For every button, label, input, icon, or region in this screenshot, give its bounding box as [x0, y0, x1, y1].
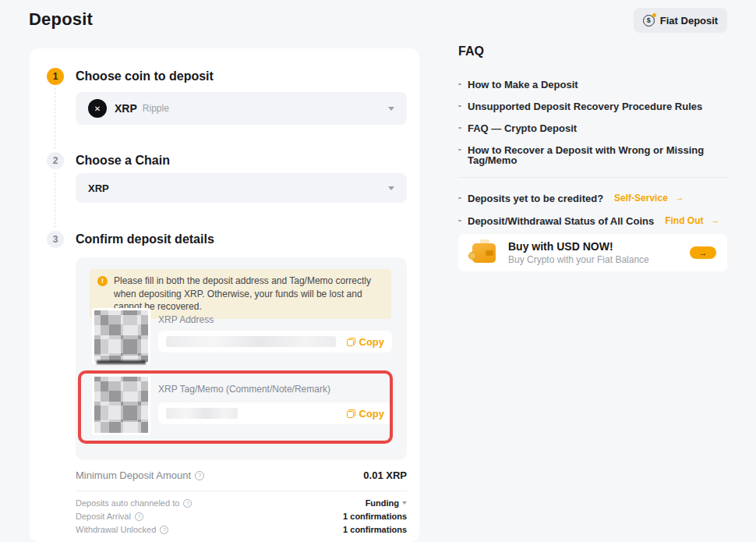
bullet-icon [458, 220, 461, 221]
copy-tag-label: Copy [359, 408, 385, 420]
faq-link-label: Unsupported Deposit Recovery Procedure R… [468, 101, 702, 112]
xrp-address-qr-code [92, 308, 150, 364]
faq-link-recovery-rules[interactable]: Unsupported Deposit Recovery Procedure R… [458, 101, 729, 112]
arrow-right-icon: → [712, 216, 720, 225]
xrp-tag-field: Copy [158, 402, 392, 424]
copy-icon [347, 409, 355, 418]
chain-value: XRP [88, 182, 109, 194]
chevron-down-icon [388, 186, 394, 190]
coin-name: Ripple [143, 103, 169, 114]
faq-link-crypto-deposit[interactable]: FAQ — Crypto Deposit [458, 123, 729, 133]
faq-action-label: Deposits yet to be credited? [468, 193, 603, 204]
faq-title: FAQ [458, 44, 729, 58]
help-icon[interactable]: ? [160, 526, 168, 534]
copy-tag-button[interactable]: Copy [347, 408, 385, 420]
coin-select-dropdown[interactable]: ✕ XRP Ripple [76, 92, 407, 125]
withdrawal-unlocked-value: 1 confirmations [343, 525, 407, 534]
fiat-currency-icon: $ [643, 15, 655, 27]
divider [76, 491, 407, 491]
self-service-link[interactable]: Self-Service [614, 193, 668, 203]
step-3-title: Confirm deposit details [76, 232, 214, 246]
bullet-icon [458, 105, 461, 107]
faq-link-label: How to Make a Deposit [468, 80, 578, 90]
deposit-arrival-row: Deposit Arrival ? 1 confirmations [76, 512, 407, 521]
bullet-icon [458, 149, 461, 151]
banner-text: Buy with USD NOW! Buy Crypto with your F… [508, 240, 649, 265]
xrp-address-label: XRP Address [158, 314, 214, 325]
wallet-icon [472, 243, 496, 263]
chain-select-dropdown[interactable]: XRP [76, 173, 407, 203]
auto-channel-row: Deposits auto channeled to ? Funding [76, 498, 407, 508]
xrp-tag-qr-code [92, 374, 150, 435]
buy-with-usd-banner[interactable]: Buy with USD NOW! Buy Crypto with your F… [458, 234, 727, 271]
faq-action-find-out[interactable]: Deposit/Withdrawal Status of All Coins F… [458, 216, 729, 226]
arrow-right-icon: → [676, 193, 684, 202]
banner-title: Buy with USD NOW! [508, 240, 649, 253]
withdrawal-unlocked-row: Withdrawal Unlocked ? 1 confirmations [76, 525, 407, 534]
bullet-icon [458, 197, 461, 199]
step-3-badge: 3 [47, 231, 64, 248]
deposit-arrival-label: Deposit Arrival [76, 512, 131, 521]
deposit-details-panel: ! Please fill in both the deposit addres… [76, 257, 407, 460]
withdrawal-unlocked-label: Withdrawal Unlocked [76, 525, 156, 534]
step-1-badge: 1 [47, 68, 64, 85]
help-icon[interactable]: ? [135, 512, 143, 521]
step-2-title: Choose a Chain [76, 154, 170, 168]
coin-symbol: XRP [115, 102, 137, 115]
step-connector [55, 88, 55, 149]
divider [458, 177, 729, 178]
qr-pixels-redacted [94, 377, 148, 433]
warning-text: Please fill in both the deposit address … [114, 275, 371, 312]
auto-channel-label: Deposits auto channeled to [76, 498, 179, 508]
minimum-deposit-row: Minimum Deposit Amount ? 0.01 XRP [76, 469, 407, 481]
faq-panel: FAQ How to Make a Deposit Unsupported De… [458, 44, 729, 271]
chevron-down-icon [402, 501, 407, 505]
wallet-icon-body [472, 243, 496, 263]
banner-go-button[interactable]: → [690, 246, 716, 259]
help-icon[interactable]: ? [195, 471, 204, 480]
xrp-coin-icon: ✕ [88, 99, 107, 118]
find-out-link[interactable]: Find Out [665, 216, 703, 225]
auto-channel-value: Funding [366, 498, 399, 508]
faq-action-self-service[interactable]: Deposits yet to be credited? Self-Servic… [458, 193, 729, 204]
warning-icon: ! [97, 276, 108, 286]
copy-address-button[interactable]: Copy [347, 336, 385, 348]
help-icon[interactable]: ? [183, 499, 192, 508]
chevron-down-icon [388, 107, 394, 111]
banner-subtitle: Buy Crypto with your Fiat Balance [508, 254, 649, 265]
step-2-badge: 2 [47, 152, 64, 169]
deposit-arrival-value: 1 confirmations [343, 512, 407, 521]
faq-link-make-deposit[interactable]: How to Make a Deposit [458, 80, 729, 90]
xrp-tag-value-redacted [166, 408, 238, 419]
faq-link-label: How to Recover a Deposit with Wrong or M… [468, 145, 729, 165]
minimum-deposit-value: 0.01 XRP [363, 469, 407, 481]
faq-link-label: FAQ — Crypto Deposit [468, 123, 577, 133]
xrp-address-value-redacted [166, 336, 336, 347]
step-1-title: Choose coin to deposit [76, 69, 214, 83]
faq-link-recover-tag-memo[interactable]: How to Recover a Deposit with Wrong or M… [458, 145, 729, 165]
deposit-card: 1 Choose coin to deposit ✕ XRP Ripple 2 … [30, 48, 419, 542]
fiat-deposit-label: Fiat Deposit [660, 15, 718, 27]
page-title: Deposit [29, 9, 93, 30]
xrp-tag-label: XRP Tag/Memo (Comment/Note/Remark) [158, 384, 330, 395]
bullet-icon [458, 127, 461, 129]
bullet-icon [458, 83, 461, 85]
copy-address-label: Copy [359, 336, 385, 348]
qr-pixels-redacted [94, 310, 148, 362]
xrp-address-field: Copy [158, 331, 392, 352]
faq-action-label: Deposit/Withdrawal Status of All Coins [468, 216, 654, 226]
auto-channel-select[interactable]: Funding [366, 498, 407, 508]
copy-icon [347, 338, 355, 346]
fiat-deposit-button[interactable]: $ Fiat Deposit [634, 8, 727, 33]
minimum-deposit-label: Minimum Deposit Amount [76, 469, 191, 481]
step-connector [55, 172, 55, 228]
